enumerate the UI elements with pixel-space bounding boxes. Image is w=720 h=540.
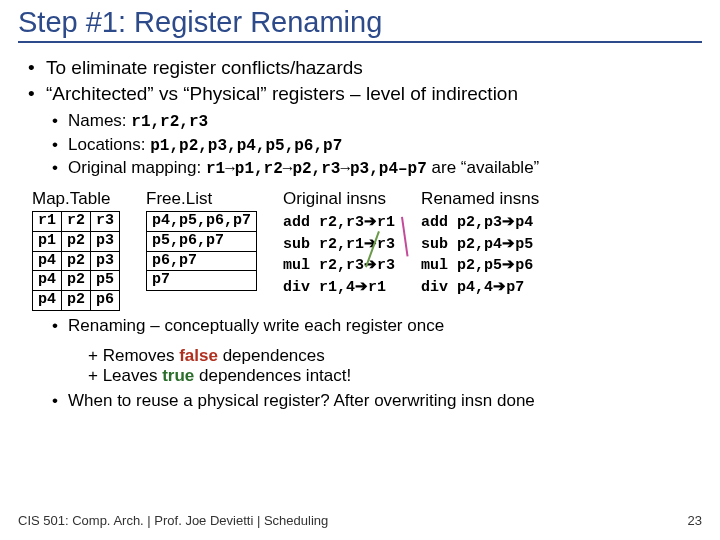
bottom-list-2: When to reuse a physical register? After… <box>52 390 702 413</box>
free-table: p4,p5,p6,p7 p5,p6,p7 p6,p7 p7 <box>146 211 257 291</box>
map-h3: r3 <box>91 212 120 232</box>
ren-d: p7 <box>506 279 524 296</box>
ren-d: p6 <box>515 257 533 274</box>
sub-3: Original mapping: r1→p1,r2→p2,r3→p3,p4–p… <box>52 157 702 181</box>
map-h1: r1 <box>33 212 62 232</box>
arrow-icon: ➔ <box>502 234 515 251</box>
plus-2: + Leaves true dependences intact! <box>88 366 702 386</box>
ren-l: div p4,4 <box>421 279 493 296</box>
orig-insns: add r2,r3➔r1 sub r2,r1➔r3 mul r2,r3➔r3 d… <box>283 211 395 297</box>
footer-left: CIS 501: Comp. Arch. | Prof. Joe Deviett… <box>18 513 328 528</box>
bottom-list: Renaming – conceptually write each regis… <box>52 315 702 338</box>
sub3-label: Original mapping: <box>68 158 206 177</box>
orig-d: r3 <box>377 236 395 253</box>
bottom-1: Renaming – conceptually write each regis… <box>52 315 702 338</box>
sub2-label: Locations: <box>68 135 150 154</box>
map-c: p2 <box>62 271 91 291</box>
map-c: p3 <box>91 231 120 251</box>
orig-d: r1 <box>368 279 386 296</box>
orig-l: mul r2,r3 <box>283 257 364 274</box>
free-r: p6,p7 <box>147 251 257 271</box>
arrow-icon: ➔ <box>493 277 506 294</box>
bullet-1: To eliminate register conflicts/hazards <box>28 55 702 81</box>
map-c: p6 <box>91 291 120 311</box>
orig-col: Original insns add r2,r3➔r1 sub r2,r1➔r3… <box>283 189 395 297</box>
plus-1: + Removes false dependences <box>88 346 702 366</box>
sub1-code: r1,r2,r3 <box>131 113 208 131</box>
ren-title: Renamed insns <box>421 189 539 209</box>
slide-title: Step #1: Register Renaming <box>18 6 702 43</box>
free-r: p5,p6,p7 <box>147 231 257 251</box>
ren-col: Renamed insns add p2,p3➔p4 sub p2,p4➔p5 … <box>421 189 539 297</box>
p1c: dependences <box>218 346 325 365</box>
footer: CIS 501: Comp. Arch. | Prof. Joe Deviett… <box>18 513 702 528</box>
map-title: Map.Table <box>32 189 120 209</box>
orig-l: sub r2,r1 <box>283 236 364 253</box>
page-number: 23 <box>688 513 702 528</box>
sub2-code: p1,p2,p3,p4,p5,p6,p7 <box>150 137 342 155</box>
map-c: p4 <box>33 251 62 271</box>
arrow-icon: ➔ <box>502 255 515 272</box>
p2a: + Leaves <box>88 366 162 385</box>
p1a: + Removes <box>88 346 179 365</box>
orig-title: Original insns <box>283 189 395 209</box>
map-c: p2 <box>62 251 91 271</box>
sub3-tail: are “available” <box>427 158 539 177</box>
map-c: p2 <box>62 291 91 311</box>
sub-bullet-list: Names: r1,r2,r3 Locations: p1,p2,p3,p4,p… <box>52 110 702 181</box>
sub3-code: r1→p1,r2→p2,r3→p3,p4–p7 <box>206 160 427 178</box>
p2b: true <box>162 366 194 385</box>
orig-d: r3 <box>377 257 395 274</box>
map-c: p2 <box>62 231 91 251</box>
orig-l: div r1,4 <box>283 279 355 296</box>
free-title: Free.List <box>146 189 257 209</box>
ren-l: add p2,p3 <box>421 214 502 231</box>
map-c: p3 <box>91 251 120 271</box>
map-table: r1r2r3 p1p2p3 p4p2p3 p4p2p5 p4p2p6 <box>32 211 120 311</box>
free-r: p4,p5,p6,p7 <box>147 212 257 232</box>
bullet-list: To eliminate register conflicts/hazards … <box>28 55 702 106</box>
map-c: p4 <box>33 271 62 291</box>
ren-d: p4 <box>515 214 533 231</box>
arrow-icon: ➔ <box>355 277 368 294</box>
sub1-label: Names: <box>68 111 131 130</box>
ren-l: mul p2,p5 <box>421 257 502 274</box>
tables-row: Map.Table r1r2r3 p1p2p3 p4p2p3 p4p2p5 p4… <box>32 189 702 311</box>
map-h2: r2 <box>62 212 91 232</box>
sub-1: Names: r1,r2,r3 <box>52 110 702 134</box>
free-list-col: Free.List p4,p5,p6,p7 p5,p6,p7 p6,p7 p7 <box>146 189 257 291</box>
arrow-icon: ➔ <box>502 212 515 229</box>
p1b: false <box>179 346 218 365</box>
map-c: p5 <box>91 271 120 291</box>
orig-l: add r2,r3 <box>283 214 364 231</box>
bottom-2: When to reuse a physical register? After… <box>52 390 702 413</box>
orig-d: r1 <box>377 214 395 231</box>
map-c: p4 <box>33 291 62 311</box>
ren-d: p5 <box>515 236 533 253</box>
p2c: dependences intact! <box>194 366 351 385</box>
map-c: p1 <box>33 231 62 251</box>
arrow-icon: ➔ <box>364 212 377 229</box>
bullet-2: “Architected” vs “Physical” registers – … <box>28 81 702 107</box>
free-r: p7 <box>147 271 257 291</box>
ren-l: sub p2,p4 <box>421 236 502 253</box>
hazard-arrow <box>401 217 409 257</box>
ren-insns: add p2,p3➔p4 sub p2,p4➔p5 mul p2,p5➔p6 d… <box>421 211 539 297</box>
map-table-col: Map.Table r1r2r3 p1p2p3 p4p2p3 p4p2p5 p4… <box>32 189 120 311</box>
sub-2: Locations: p1,p2,p3,p4,p5,p6,p7 <box>52 134 702 158</box>
